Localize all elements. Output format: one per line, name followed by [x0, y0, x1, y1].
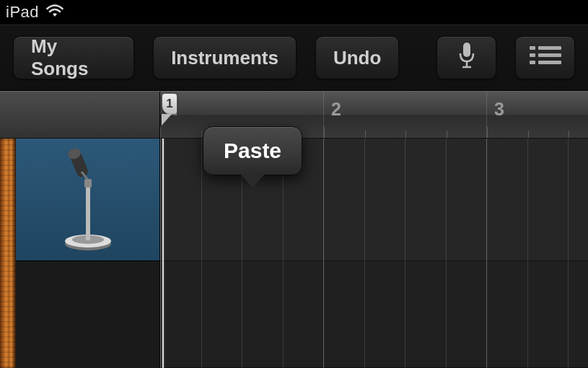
svg-rect-3 — [530, 46, 535, 50]
svg-rect-6 — [538, 53, 561, 57]
button-label: My Songs — [31, 35, 116, 80]
track-headers — [0, 139, 160, 368]
svg-rect-5 — [530, 53, 535, 57]
playhead-line — [162, 139, 164, 368]
grid-line — [160, 139, 161, 368]
ruler-bar: 2 — [323, 92, 486, 138]
svg-rect-12 — [86, 184, 90, 240]
record-button[interactable] — [436, 36, 496, 79]
svg-rect-0 — [463, 43, 470, 57]
bar-number: 2 — [331, 99, 341, 120]
tracks-icon — [530, 45, 561, 71]
microphone-icon — [456, 41, 478, 75]
context-menu: Paste — [203, 126, 302, 175]
button-label: Instruments — [171, 47, 278, 69]
status-bar: iPad — [0, 0, 588, 25]
grid-line — [527, 139, 528, 368]
empty-lane — [160, 261, 588, 368]
grid-line — [568, 139, 569, 368]
my-songs-button[interactable]: My Songs — [13, 36, 134, 79]
track-view-button[interactable] — [515, 36, 575, 79]
microphone-stand-icon — [56, 144, 120, 255]
button-label: Undo — [333, 47, 381, 69]
grid-line — [446, 139, 447, 368]
ruler-bar: 3 — [486, 92, 588, 138]
toolbar: My Songs Instruments Undo — [0, 25, 588, 91]
paste-menu-item[interactable]: Paste — [224, 139, 281, 162]
svg-rect-4 — [538, 46, 561, 50]
device-label: iPad — [6, 3, 39, 22]
grid-line — [364, 139, 365, 368]
grid-line — [323, 139, 324, 368]
wifi-icon — [46, 4, 63, 20]
playhead[interactable]: 1 — [162, 93, 179, 136]
grid-line — [405, 139, 405, 368]
undo-button[interactable]: Undo — [315, 36, 399, 79]
svg-rect-13 — [84, 179, 92, 188]
wood-edge-decoration — [0, 139, 16, 368]
svg-rect-8 — [538, 61, 561, 64]
grid-line — [201, 139, 202, 368]
ruler-header-spacer — [0, 92, 160, 138]
svg-rect-7 — [530, 61, 535, 64]
track-header[interactable] — [16, 139, 159, 261]
instruments-button[interactable]: Instruments — [153, 36, 297, 79]
grid-line — [486, 139, 487, 368]
bar-number: 3 — [494, 99, 504, 120]
